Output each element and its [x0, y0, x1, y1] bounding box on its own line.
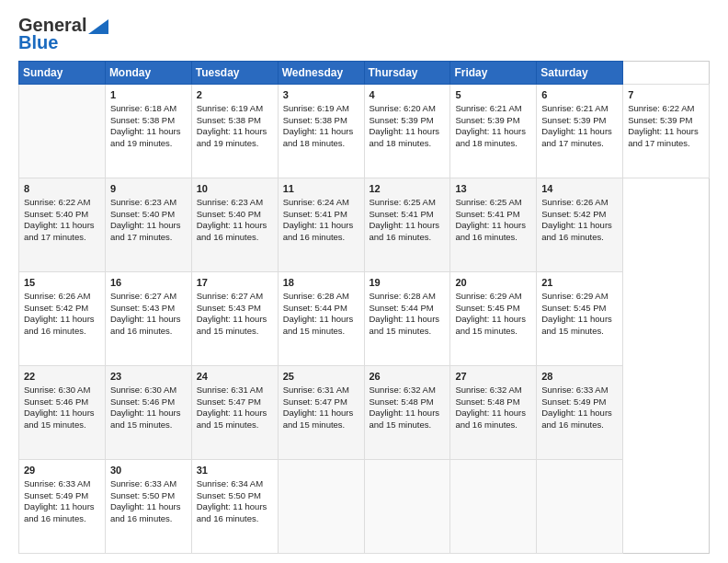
- sunrise: Sunrise: 6:23 AM: [197, 197, 263, 207]
- sunrise: Sunrise: 6:21 AM: [455, 103, 521, 113]
- calendar-day-10: 10Sunrise: 6:23 AMSunset: 5:40 PMDayligh…: [191, 178, 278, 272]
- day-number: 17: [197, 276, 273, 290]
- sunset: Sunset: 5:44 PM: [370, 303, 434, 313]
- day-number: 6: [541, 88, 618, 102]
- sunset: Sunset: 5:39 PM: [628, 115, 692, 125]
- logo-blue: Blue: [18, 32, 58, 53]
- sunrise: Sunrise: 6:24 AM: [283, 197, 349, 207]
- daylight: Daylight: 11 hours and 16 minutes.: [24, 314, 95, 336]
- sunrise: Sunrise: 6:26 AM: [541, 197, 608, 207]
- calendar-day-1: 1Sunrise: 6:18 AMSunset: 5:38 PMDaylight…: [105, 85, 191, 178]
- calendar-day-7: 7Sunrise: 6:22 AMSunset: 5:39 PMDaylight…: [623, 85, 710, 178]
- sunset: Sunset: 5:49 PM: [541, 396, 606, 407]
- calendar-day-2: 2Sunrise: 6:19 AMSunset: 5:38 PMDaylight…: [191, 85, 278, 178]
- daylight: Daylight: 11 hours and 16 minutes.: [455, 220, 526, 242]
- sunset: Sunset: 5:39 PM: [455, 115, 519, 125]
- daylight: Daylight: 11 hours and 15 minutes.: [197, 408, 267, 430]
- calendar-week-1: 1Sunrise: 6:18 AMSunset: 5:38 PMDaylight…: [19, 85, 710, 178]
- daylight: Daylight: 11 hours and 15 minutes.: [283, 314, 354, 336]
- day-number: 1: [110, 88, 187, 102]
- sunrise: Sunrise: 6:30 AM: [110, 385, 176, 395]
- sunset: Sunset: 5:38 PM: [197, 115, 261, 125]
- daylight: Daylight: 11 hours and 18 minutes.: [370, 126, 440, 148]
- day-number: 22: [24, 370, 100, 384]
- calendar-day-22: 22Sunrise: 6:30 AMSunset: 5:46 PMDayligh…: [19, 366, 106, 460]
- daylight: Daylight: 11 hours and 17 minutes.: [541, 126, 612, 148]
- day-number: 4: [370, 88, 446, 102]
- daylight: Daylight: 11 hours and 16 minutes.: [370, 220, 440, 242]
- day-number: 31: [197, 464, 273, 477]
- daylight: Daylight: 11 hours and 17 minutes.: [24, 220, 95, 242]
- sunrise: Sunrise: 6:32 AM: [455, 385, 521, 395]
- svg-marker-0: [88, 19, 108, 34]
- calendar-day-8: 8Sunrise: 6:22 AMSunset: 5:40 PMDaylight…: [19, 178, 106, 272]
- day-number: 8: [24, 182, 100, 196]
- daylight: Daylight: 11 hours and 19 minutes.: [110, 126, 181, 148]
- calendar-day-28: 28Sunrise: 6:33 AMSunset: 5:49 PMDayligh…: [537, 366, 623, 460]
- daylight: Daylight: 11 hours and 16 minutes.: [110, 501, 181, 523]
- sunset: Sunset: 5:50 PM: [197, 490, 261, 500]
- sunrise: Sunrise: 6:33 AM: [110, 478, 176, 488]
- daylight: Daylight: 11 hours and 17 minutes.: [628, 126, 699, 148]
- calendar-day-12: 12Sunrise: 6:25 AMSunset: 5:41 PMDayligh…: [364, 178, 450, 272]
- calendar-day-30: 30Sunrise: 6:33 AMSunset: 5:50 PMDayligh…: [105, 460, 191, 554]
- daylight: Daylight: 11 hours and 19 minutes.: [197, 126, 267, 148]
- sunrise: Sunrise: 6:22 AM: [628, 103, 694, 113]
- calendar-day-4: 4Sunrise: 6:20 AMSunset: 5:39 PMDaylight…: [364, 85, 450, 178]
- sunrise: Sunrise: 6:30 AM: [24, 385, 90, 395]
- day-number: 28: [541, 370, 618, 384]
- sunset: Sunset: 5:50 PM: [110, 490, 175, 500]
- daylight: Daylight: 11 hours and 16 minutes.: [455, 408, 526, 430]
- calendar-day-25: 25Sunrise: 6:31 AMSunset: 5:47 PMDayligh…: [278, 366, 364, 460]
- sunrise: Sunrise: 6:27 AM: [197, 291, 263, 301]
- daylight: Daylight: 11 hours and 15 minutes.: [197, 314, 267, 336]
- calendar-day-5: 5Sunrise: 6:21 AMSunset: 5:39 PMDaylight…: [450, 85, 537, 178]
- calendar-day-24: 24Sunrise: 6:31 AMSunset: 5:47 PMDayligh…: [191, 366, 278, 460]
- calendar-day-31: 31Sunrise: 6:34 AMSunset: 5:50 PMDayligh…: [191, 460, 278, 554]
- day-number: 11: [283, 182, 359, 196]
- calendar-table: SundayMondayTuesdayWednesdayThursdayFrid…: [18, 61, 710, 554]
- calendar-day-9: 9Sunrise: 6:23 AMSunset: 5:40 PMDaylight…: [105, 178, 191, 272]
- daylight: Daylight: 11 hours and 16 minutes.: [283, 220, 354, 242]
- calendar-header-sunday: Sunday: [19, 62, 106, 85]
- logo-icon: [88, 19, 108, 34]
- daylight: Daylight: 11 hours and 15 minutes.: [370, 408, 440, 430]
- sunset: Sunset: 5:41 PM: [455, 209, 519, 219]
- day-number: 26: [370, 370, 446, 384]
- sunrise: Sunrise: 6:29 AM: [455, 291, 521, 301]
- daylight: Daylight: 11 hours and 18 minutes.: [455, 126, 526, 148]
- calendar-header-tuesday: Tuesday: [191, 62, 278, 85]
- day-number: 20: [455, 276, 531, 290]
- calendar-header-thursday: Thursday: [364, 62, 450, 85]
- calendar-day-3: 3Sunrise: 6:19 AMSunset: 5:38 PMDaylight…: [278, 85, 364, 178]
- sunset: Sunset: 5:44 PM: [283, 303, 347, 313]
- sunrise: Sunrise: 6:33 AM: [24, 478, 90, 488]
- sunset: Sunset: 5:39 PM: [541, 115, 606, 125]
- calendar-day-29: 29Sunrise: 6:33 AMSunset: 5:49 PMDayligh…: [19, 460, 106, 554]
- calendar-day-11: 11Sunrise: 6:24 AMSunset: 5:41 PMDayligh…: [278, 178, 364, 272]
- sunrise: Sunrise: 6:32 AM: [370, 385, 436, 395]
- calendar-day-21: 21Sunrise: 6:29 AMSunset: 5:45 PMDayligh…: [537, 272, 623, 366]
- calendar-header-saturday: Saturday: [537, 62, 623, 85]
- sunset: Sunset: 5:38 PM: [283, 115, 347, 125]
- empty-cell: [364, 460, 450, 554]
- sunrise: Sunrise: 6:18 AM: [110, 103, 176, 113]
- sunrise: Sunrise: 6:21 AM: [541, 103, 608, 113]
- sunset: Sunset: 5:48 PM: [370, 396, 434, 407]
- sunrise: Sunrise: 6:26 AM: [24, 291, 90, 301]
- sunrise: Sunrise: 6:19 AM: [283, 103, 349, 113]
- calendar-day-20: 20Sunrise: 6:29 AMSunset: 5:45 PMDayligh…: [450, 272, 537, 366]
- daylight: Daylight: 11 hours and 16 minutes.: [541, 408, 612, 430]
- daylight: Daylight: 11 hours and 15 minutes.: [455, 314, 526, 336]
- header: General Blue: [18, 15, 710, 53]
- daylight: Daylight: 11 hours and 18 minutes.: [283, 126, 354, 148]
- sunset: Sunset: 5:43 PM: [110, 303, 175, 313]
- day-number: 24: [197, 370, 273, 384]
- sunset: Sunset: 5:41 PM: [283, 209, 347, 219]
- sunset: Sunset: 5:40 PM: [197, 209, 261, 219]
- calendar-day-6: 6Sunrise: 6:21 AMSunset: 5:39 PMDaylight…: [537, 85, 623, 178]
- calendar-day-27: 27Sunrise: 6:32 AMSunset: 5:48 PMDayligh…: [450, 366, 537, 460]
- sunset: Sunset: 5:47 PM: [197, 396, 261, 407]
- daylight: Daylight: 11 hours and 15 minutes.: [283, 408, 354, 430]
- sunset: Sunset: 5:41 PM: [370, 209, 434, 219]
